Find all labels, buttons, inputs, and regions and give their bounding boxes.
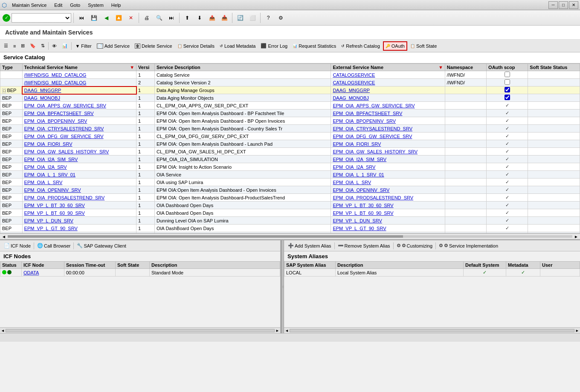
close-button[interactable]: ✕ xyxy=(569,1,578,9)
cell-ext-name[interactable]: DAAG_MNGGRP xyxy=(331,86,445,94)
cell-ext-name[interactable]: EPM_OIA_GW_SALES_HISTORY_SRV xyxy=(331,148,445,156)
cell-oauth[interactable]: ✓ xyxy=(487,194,528,202)
remove-system-alias-button[interactable]: ➖ Remove System Alias xyxy=(336,242,392,250)
view-button[interactable]: 👁 xyxy=(50,41,59,51)
table-row[interactable]: BEPEPM_OIA_L_SRV1OIA using SAP LumiraEPM… xyxy=(0,179,580,186)
stop-button[interactable]: ✕ xyxy=(125,12,136,23)
hierarchical-button[interactable]: ⊞ xyxy=(19,41,27,51)
cell-oauth[interactable]: ✓ xyxy=(487,209,528,217)
back-button[interactable]: ◀ xyxy=(101,12,112,23)
left-scroll-right[interactable]: ► xyxy=(276,329,279,333)
up-button[interactable]: 🔼 xyxy=(113,12,124,23)
filter-button[interactable]: ▼ Filter xyxy=(73,41,93,51)
cell-ext-name[interactable]: EPM_VP_L_BT_30_60_SRV xyxy=(331,202,445,209)
sort-button[interactable]: ⇅ xyxy=(39,41,47,51)
add-service-button[interactable]: 📄 Add Service xyxy=(95,41,132,51)
table-row[interactable]: BEPEPM_OIA_L_1_SRV_011OIA ServiceEPM_OIA… xyxy=(0,171,580,179)
cell-ext-name[interactable]: EPM_OIA_L_SRV xyxy=(331,179,445,186)
cell-oauth[interactable]: ✓ xyxy=(487,148,528,156)
cell-tech-name[interactable]: EPM_OIA_FIORI_SRV xyxy=(22,140,136,148)
table-row[interactable]: BEPEPM_OIA_GW_SALES_HISTORY_SRV1CL_EPM_O… xyxy=(0,148,580,156)
cell-oauth[interactable] xyxy=(487,94,528,102)
alias-data-row[interactable]: LOCAL Local System Alias ✓ ✓ xyxy=(284,269,580,277)
cell-ext-name[interactable]: EPM_OIA_FIORI_SRV xyxy=(331,140,445,148)
maximize-button[interactable]: □ xyxy=(559,1,568,9)
cell-tech-name[interactable]: EPM_OIA_APPS_GW_SERVICE_SRV xyxy=(22,102,136,110)
customizing-button[interactable]: ⚙⚙ Customizing xyxy=(394,242,435,250)
menu-maintain-service[interactable]: Maintain Service xyxy=(9,2,50,9)
refresh-catalog-button[interactable]: ↺ Refresh Catalog xyxy=(339,41,382,51)
load-metadata-button[interactable]: ↺ Load Metadata xyxy=(218,41,258,51)
export-table-button[interactable]: 📊 xyxy=(60,41,70,51)
icf-node-tab[interactable]: 📄 ICF Node xyxy=(2,242,33,250)
menu-edit[interactable]: Edit xyxy=(51,2,66,9)
left-scroll-left[interactable]: ◄ xyxy=(1,329,5,333)
cell-oauth[interactable]: ✓ xyxy=(487,225,528,232)
cell-tech-name[interactable]: /IWFND/SG_MED_CATALOG xyxy=(22,79,136,86)
menu-system[interactable]: System xyxy=(84,2,107,9)
cell-tech-name[interactable]: EPM_OIA_I2A_SRV xyxy=(22,163,136,171)
table-row[interactable]: BEPEPM_VP_L_BT_30_60_SRV1OIA Dashboard O… xyxy=(0,202,580,209)
menu-goto[interactable]: Goto xyxy=(67,2,84,9)
sap-gateway-tab[interactable]: 🔧 SAP Gateway Client xyxy=(75,242,128,250)
cell-oauth[interactable]: ✓ xyxy=(487,217,528,225)
soft-state-button[interactable]: 📋 Soft State xyxy=(408,41,439,51)
cell-ext-name[interactable]: EPM_VP_L_BT_60_90_SRV xyxy=(331,209,445,217)
cell-ext-name[interactable]: EPM_VP_L_GT_90_SRV xyxy=(331,225,445,232)
cell-ext-name[interactable]: EPM_OIA_BPFACTSHEET_SRV xyxy=(331,110,445,117)
table-row[interactable]: BEPEPM_OIA_CTRYSALESTREND_SRV1EPM OIA: O… xyxy=(0,125,580,133)
cell-oauth[interactable]: ✓ xyxy=(487,156,528,163)
cell-ext-name[interactable]: EPM_OIA_DFG_GW_SERVICE_SRV xyxy=(331,133,445,140)
table-row[interactable]: /IWFND/SG_MED_CATALOG1Catalog ServiceCAT… xyxy=(0,71,580,79)
table-row[interactable]: BEPEPM_OIA_FIORI_SRV1EPM OIA: Open Item … xyxy=(0,140,580,148)
cell-ext-name[interactable]: EPM_OIA_APPS_GW_SERVICE_SRV xyxy=(331,102,445,110)
add-system-alias-button[interactable]: ➕ Add System Alias xyxy=(286,242,334,250)
table-row[interactable]: BEPEPM_VP_L_BT_60_90_SRV1OIA Dashboard O… xyxy=(0,209,580,217)
cell-tech-name[interactable]: EPM_VP_L_BT_30_60_SRV xyxy=(22,202,136,209)
cell-oauth[interactable]: ✓ xyxy=(487,117,528,125)
cell-oauth[interactable]: ✓ xyxy=(487,186,528,194)
import-button[interactable]: 📤 xyxy=(206,12,218,23)
table-row[interactable]: BEPDAAG_MONOBJ1Data Aging Monitor Object… xyxy=(0,94,580,102)
new-button[interactable]: ⬜ xyxy=(247,12,258,23)
right-scroll-left[interactable]: ◄ xyxy=(285,329,289,333)
cell-tech-name[interactable]: EPM_OIA_L_1_SRV_01 xyxy=(22,171,136,179)
delete-service-button[interactable]: 🗑 Delete Service xyxy=(133,41,174,51)
cell-tech-name[interactable]: EPM_OIA_L_SRV xyxy=(22,179,136,186)
service-implementation-button[interactable]: ⚙⚙ Service Implementation xyxy=(437,242,500,250)
multiselect-button[interactable]: ☰ xyxy=(2,41,10,51)
cell-tech-name[interactable]: EPM_OIA_CTRYSALESTREND_SRV xyxy=(22,125,136,133)
cell-ext-name[interactable]: CATALOGSERVICE xyxy=(331,71,445,79)
command-field[interactable] xyxy=(12,13,71,23)
cell-ext-name[interactable]: EPM_VP_L_DUN_SRV xyxy=(331,217,445,225)
cell-oauth[interactable] xyxy=(487,79,528,86)
cell-oauth[interactable]: ✓ xyxy=(487,133,528,140)
request-statistics-button[interactable]: 📊 Request Statistics xyxy=(290,41,338,51)
cell-oauth[interactable]: ✓ xyxy=(487,202,528,209)
table-row[interactable]: BEPEPM_OIA_OPENINV_SRV1EPM OIA:Open Item… xyxy=(0,186,580,194)
table-row[interactable]: BEPEPM_OIA_BPFACTSHEET_SRV1EPM OIA: Open… xyxy=(0,110,580,117)
table-row[interactable]: BEPEPM_OIA_I2A_SRV1EPM OIA: Insight to A… xyxy=(0,163,580,171)
error-log-button[interactable]: ⬛ Error Log xyxy=(258,41,290,51)
cell-tech-name[interactable]: EPM_VP_L_GT_90_SRV xyxy=(22,225,136,232)
cell-ext-name[interactable]: EPM_OIA_CTRYSALESTREND_SRV xyxy=(331,125,445,133)
cell-ext-name[interactable]: EPM_OIA_I2A_SIM_SRV xyxy=(331,156,445,163)
cell-oauth[interactable]: ✓ xyxy=(487,125,528,133)
table-row[interactable]: BEPEPM_OIA_DFG_GW_SERVICE_SRV1CL_EPM_OIA… xyxy=(0,133,580,140)
find-next-button[interactable]: ⏭ xyxy=(166,12,177,23)
minimize-button[interactable]: ─ xyxy=(548,1,558,9)
cell-ext-name[interactable]: EPM_OIA_OPENINV_SRV xyxy=(331,186,445,194)
cell-tech-name[interactable]: EPM_OIA_OPENINV_SRV xyxy=(22,186,136,194)
table-row[interactable]: BEPEPM_OIA_BPOPENINV_SRV1EPM OIA: Open I… xyxy=(0,117,580,125)
menu-help[interactable]: Help xyxy=(108,2,125,9)
icf-node-cell[interactable]: ODATA xyxy=(22,269,64,277)
service-catalog-table-container[interactable]: Type Technical Service Name ▼ Versi Serv… xyxy=(0,63,580,233)
icf-data-row[interactable]: ODATA 00:00:00 Standard Mode xyxy=(0,269,280,277)
cell-oauth[interactable]: ✓ xyxy=(487,163,528,171)
table-row[interactable]: BEPEPM_OIA_PRODSALESTREND_SRV1EPM OIA: O… xyxy=(0,194,580,202)
cell-oauth[interactable] xyxy=(487,71,528,79)
cell-ext-name[interactable]: EPM_OIA_I2A_SRV xyxy=(331,163,445,171)
first-button[interactable]: ⏮ xyxy=(76,12,87,23)
export-button[interactable]: 📥 xyxy=(219,12,230,23)
bookmark-button[interactable]: 🔖 xyxy=(28,41,38,51)
